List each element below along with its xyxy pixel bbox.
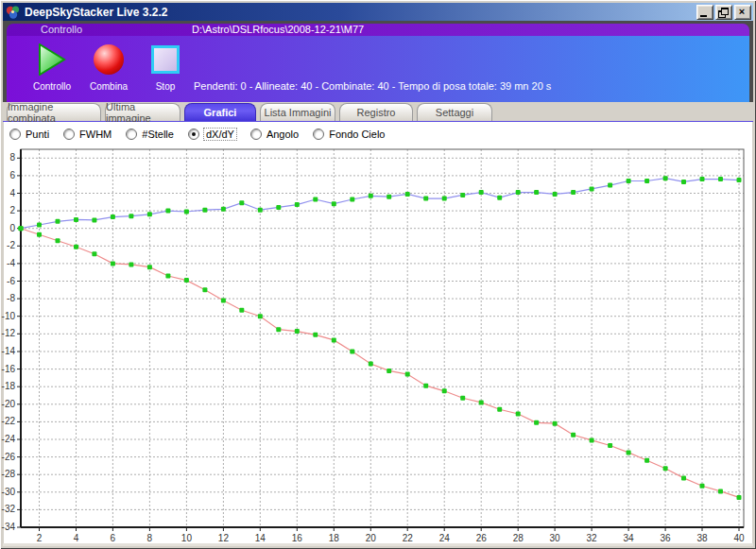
radio-circle-icon xyxy=(250,129,262,140)
svg-text:-14: -14 xyxy=(2,346,16,356)
svg-text:6: 6 xyxy=(111,533,116,543)
svg-text:4: 4 xyxy=(74,533,79,543)
radio-punti[interactable]: Punti xyxy=(9,129,49,140)
radio-fwhm[interactable]: FWHM xyxy=(63,129,112,140)
svg-text:14: 14 xyxy=(255,533,266,543)
header-caption: Controllo D:\Astro\DSLRfocus\2008-12-21\… xyxy=(7,24,749,36)
svg-text:26: 26 xyxy=(476,533,488,543)
svg-text:38: 38 xyxy=(696,533,708,543)
radio-circle-icon xyxy=(188,129,199,140)
tab-bar: Immagine combinata Ultima immagine Grafi… xyxy=(3,102,753,122)
svg-text:28: 28 xyxy=(513,533,524,543)
svg-text:-22: -22 xyxy=(2,416,16,426)
stop-button[interactable]: Stop xyxy=(135,41,196,97)
svg-text:-32: -32 xyxy=(2,504,16,514)
svg-text:-18: -18 xyxy=(2,381,16,391)
close-icon: × xyxy=(735,6,748,17)
svg-text:20: 20 xyxy=(366,533,377,543)
radio-circle-icon xyxy=(63,129,75,140)
svg-text:34: 34 xyxy=(624,533,635,543)
toolbar: Controllo Combina Stop Pendenti: 0 - All… xyxy=(7,36,749,102)
svg-text:-26: -26 xyxy=(2,452,16,462)
chart-content: 86420-2-4-6-8-10-12-14-16-18-20-22-24-26… xyxy=(2,149,745,543)
svg-text:16: 16 xyxy=(292,533,303,543)
svg-text:-8: -8 xyxy=(7,293,15,303)
window-title: DeepSkyStacker Live 3.2.2 xyxy=(25,6,167,19)
svg-text:4: 4 xyxy=(9,188,15,198)
tab-lista-immagini[interactable]: Lista Immagini xyxy=(260,103,335,121)
svg-text:32: 32 xyxy=(587,533,598,543)
svg-text:40: 40 xyxy=(733,533,745,543)
play-icon xyxy=(38,41,66,78)
restore-button[interactable] xyxy=(715,5,732,20)
svg-text:-24: -24 xyxy=(2,434,16,444)
caption-folder-path: D:\Astro\DSLRfocus\2008-12-21\M77 xyxy=(192,24,364,36)
tab-ultima-immagine[interactable]: Ultima immagine xyxy=(105,103,180,121)
svg-text:24: 24 xyxy=(439,533,451,543)
minimize-button[interactable] xyxy=(696,5,713,20)
tab-settaggi[interactable]: Settaggi xyxy=(417,103,492,121)
svg-text:0: 0 xyxy=(9,223,15,233)
deepskystacker-window: { "window": { "title": "DeepSkyStacker L… xyxy=(0,0,756,549)
svg-text:18: 18 xyxy=(329,533,340,543)
header-panel: Controllo D:\Astro\DSLRfocus\2008-12-21\… xyxy=(3,21,753,102)
svg-text:30: 30 xyxy=(550,533,561,543)
svg-text:-30: -30 xyxy=(2,487,16,497)
svg-text:-34: -34 xyxy=(2,522,16,532)
svg-text:10: 10 xyxy=(181,533,193,543)
svg-text:12: 12 xyxy=(218,533,230,543)
radio-stelle[interactable]: #Stelle xyxy=(126,129,174,140)
radio-circle-icon xyxy=(313,129,324,140)
status-text: Pendenti: 0 - Allineate: 40 - Combinate:… xyxy=(194,80,551,92)
svg-text:22: 22 xyxy=(403,533,414,543)
svg-text:2: 2 xyxy=(37,533,43,543)
radio-fondo-cielo[interactable]: Fondo Cielo xyxy=(313,129,385,140)
stop-square-icon xyxy=(151,41,180,78)
svg-text:-10: -10 xyxy=(2,311,16,321)
graph-type-radio-group: Punti FWHM #Stelle dX/dY Angolo Fondo Ci… xyxy=(9,126,386,143)
svg-text:36: 36 xyxy=(661,533,672,543)
app-icon xyxy=(6,5,21,20)
svg-text:-28: -28 xyxy=(2,469,16,479)
red-sphere-icon xyxy=(94,41,124,78)
radio-circle-icon xyxy=(126,129,137,140)
tab-immagine-combinata[interactable]: Immagine combinata xyxy=(7,103,101,121)
svg-text:-20: -20 xyxy=(2,399,16,409)
svg-text:6: 6 xyxy=(9,170,15,180)
radio-circle-icon xyxy=(9,129,21,140)
caption-title: Controllo xyxy=(41,24,82,36)
svg-text:-16: -16 xyxy=(2,364,16,374)
tab-grafici[interactable]: Grafici xyxy=(184,103,256,121)
combina-button[interactable]: Combina xyxy=(78,41,139,97)
tab-registro[interactable]: Registro xyxy=(339,103,413,121)
dxdy-chart: 86420-2-4-6-8-10-12-14-16-18-20-22-24-26… xyxy=(0,142,756,543)
radio-angolo[interactable]: Angolo xyxy=(250,129,299,140)
controllo-button[interactable]: Controllo xyxy=(22,41,82,97)
svg-text:-12: -12 xyxy=(2,328,16,338)
svg-text:8: 8 xyxy=(147,533,153,543)
svg-text:8: 8 xyxy=(9,152,15,163)
window-titlebar: DeepSkyStacker Live 3.2.2 × xyxy=(3,3,753,21)
radio-dxdy[interactable]: dX/dY xyxy=(188,129,236,140)
svg-text:-2: -2 xyxy=(7,240,15,250)
svg-text:-4: -4 xyxy=(7,258,15,268)
svg-text:2: 2 xyxy=(9,205,15,215)
svg-text:-6: -6 xyxy=(7,276,15,286)
minimize-icon xyxy=(700,15,707,17)
window-bottom-edge xyxy=(3,543,753,546)
close-button[interactable]: × xyxy=(734,5,751,20)
